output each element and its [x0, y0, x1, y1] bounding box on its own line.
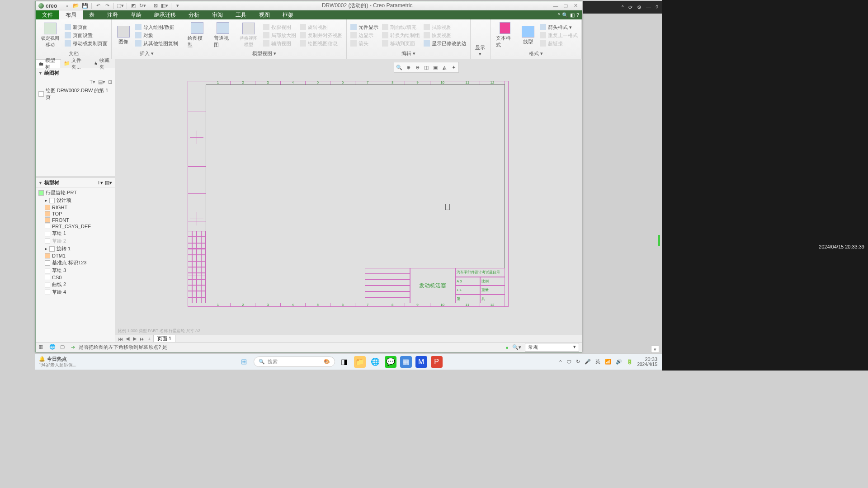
- zoom-in-icon[interactable]: ⊕: [404, 63, 412, 71]
- tree-item-csys[interactable]: PRT_CSYS_DEF: [38, 223, 112, 230]
- qat-windows-icon[interactable]: ◩: [130, 2, 137, 9]
- sheet-first-button[interactable]: ⏮: [117, 336, 123, 342]
- general-view-button[interactable]: 普通视图: [211, 21, 236, 49]
- tab-sketch[interactable]: 草绘: [124, 10, 148, 19]
- tree-item-datum-point[interactable]: 基准点 标识123: [38, 259, 112, 267]
- maximize-button[interactable]: ▢: [562, 2, 569, 9]
- expand-icon[interactable]: ▸: [45, 246, 47, 252]
- new-page-button[interactable]: 新页面: [64, 23, 108, 31]
- ribbon-layout-icon[interactable]: ◧: [570, 12, 575, 18]
- tab-layout[interactable]: 布局: [59, 10, 83, 19]
- tab-file[interactable]: 文件: [36, 10, 59, 19]
- tab-legacy[interactable]: 继承迁移: [148, 10, 182, 19]
- qat-more-icon[interactable]: ▾: [174, 2, 181, 9]
- tree-item-drawing-page[interactable]: 绘图 DRW0002.DRW 的第 1 页: [38, 87, 112, 101]
- group-label[interactable]: 显示 ▾: [473, 43, 487, 57]
- tree-item-sketch2[interactable]: 草绘 2: [38, 237, 112, 245]
- import-drawing-button[interactable]: 导入绘图/数据: [134, 23, 179, 31]
- tray-sync-icon[interactable]: ↻: [576, 359, 580, 365]
- tree-filter-icon[interactable]: ⊞: [108, 79, 112, 85]
- qat-save-icon[interactable]: 💾: [81, 2, 89, 9]
- tab-table[interactable]: 表: [83, 10, 101, 19]
- tray-volume-icon[interactable]: 🔊: [616, 359, 622, 365]
- tray-battery-icon[interactable]: 🔋: [627, 359, 633, 365]
- bg-gear-icon[interactable]: ⚙: [637, 5, 642, 10]
- tree-item-sketch4[interactable]: 草绘 4: [38, 288, 112, 296]
- tab-review[interactable]: 审阅: [206, 10, 229, 19]
- tab-tools[interactable]: 工具: [229, 10, 253, 19]
- tab-view[interactable]: 视图: [253, 10, 276, 19]
- tab-folder[interactable]: 📁文件夹...: [61, 59, 90, 68]
- taskbar-news-widget[interactable]: 🔔今日热点 "94岁老人起诉保...: [35, 355, 126, 369]
- zoom-out-icon[interactable]: ⊖: [413, 63, 421, 71]
- start-button[interactable]: ⊞: [238, 356, 250, 368]
- qat-refresh-icon[interactable]: ↻▾: [139, 2, 146, 9]
- explorer-icon[interactable]: 📁: [354, 356, 366, 368]
- tree-settings-icon[interactable]: T▾: [97, 180, 103, 186]
- view-settings-icon[interactable]: ✦: [449, 63, 458, 71]
- powerpoint-icon[interactable]: P: [431, 356, 443, 368]
- qat-open-icon[interactable]: 📂: [72, 2, 80, 9]
- status-layout-icon[interactable]: ▥: [38, 344, 46, 351]
- tree-show-icon[interactable]: ▤▾: [105, 180, 112, 186]
- qat-redo-icon[interactable]: ↷: [104, 2, 111, 9]
- arrow-style-button[interactable]: 箭头样式 ▾: [539, 23, 579, 31]
- tab-favorites[interactable]: ★收藏夹: [91, 59, 115, 68]
- sheet-add-button[interactable]: +: [146, 336, 152, 342]
- object-button[interactable]: 对象: [134, 32, 179, 39]
- drawing-sheet[interactable]: 123456789101112 123456789101112 发动机活塞: [188, 81, 509, 307]
- tray-shield-icon[interactable]: 🛡: [566, 359, 571, 365]
- status-box-icon[interactable]: ▢: [60, 344, 67, 351]
- bg-caret-icon[interactable]: ^: [622, 5, 624, 10]
- tray-clock[interactable]: 20:33 2024/4/15: [637, 357, 658, 367]
- tray-wifi-icon[interactable]: 📶: [605, 359, 611, 365]
- tree-item-right[interactable]: RIGHT: [38, 204, 112, 211]
- qat-close-icon[interactable]: ⊠: [152, 2, 159, 9]
- ribbon-search-icon[interactable]: 🔍: [562, 12, 568, 18]
- tab-framework[interactable]: 框架: [276, 10, 300, 19]
- tree-item-sketch1[interactable]: 草绘 1: [38, 230, 112, 237]
- group-label[interactable]: 插入 ▾: [114, 49, 179, 57]
- sheet-prev-button[interactable]: ◀: [124, 336, 131, 342]
- minimize-button[interactable]: —: [552, 2, 559, 9]
- ribbon-help-icon[interactable]: ?: [576, 12, 579, 18]
- tree-item-revolve[interactable]: ▸旋转 1: [38, 245, 112, 253]
- wechat-icon[interactable]: 💬: [385, 356, 396, 368]
- tray-ime[interactable]: 英: [595, 358, 600, 365]
- tree-item-sketch3[interactable]: 草绘 3: [38, 267, 112, 274]
- tree-item[interactable]: ▸设计项: [38, 197, 112, 204]
- display-style-icon[interactable]: ◭: [440, 63, 448, 71]
- expand-icon[interactable]: ▸: [45, 197, 47, 203]
- model-tree-header[interactable]: ▼模型树 T▾ ▤▾: [36, 178, 115, 188]
- group-label[interactable]: 格式 ▾: [493, 49, 579, 57]
- refit-icon[interactable]: ◫: [422, 63, 430, 71]
- qat-regen-icon[interactable]: ⬚▾: [117, 2, 124, 9]
- edge-icon[interactable]: 🌐: [369, 356, 381, 368]
- drawing-canvas[interactable]: 🔍 ⊕ ⊖ ◫ ▣ ◭ ✦ 123456789101112 1234567891…: [115, 59, 582, 335]
- page-setup-button[interactable]: 页面设置: [64, 32, 108, 39]
- app-icon[interactable]: ▦: [400, 356, 412, 368]
- qat-new-icon[interactable]: ▫: [63, 2, 71, 9]
- component-display-button[interactable]: 元件显示: [349, 23, 379, 31]
- tree-item-front[interactable]: FRONT: [38, 217, 112, 223]
- tree-show-icon[interactable]: ▤▾: [98, 79, 105, 85]
- copy-from-drawing-button[interactable]: 从其他绘图复制: [134, 40, 179, 47]
- line-style-button[interactable]: 线型: [519, 21, 537, 49]
- bg-refresh-icon[interactable]: ⟳: [628, 5, 632, 10]
- qat-undo-icon[interactable]: ↶: [94, 2, 102, 9]
- selection-filter-combo[interactable]: 常规▾: [525, 343, 579, 352]
- tab-annotate[interactable]: 注释: [101, 10, 124, 19]
- status-globe-icon[interactable]: 🌐: [49, 344, 57, 351]
- tree-root[interactable]: 行星齿轮.PRT: [38, 189, 112, 197]
- app2-icon[interactable]: M: [415, 356, 427, 368]
- tray-mic-icon[interactable]: 🎤: [585, 359, 591, 365]
- status-find-icon[interactable]: 🔍▾: [512, 344, 521, 350]
- group-label[interactable]: 编辑 ▾: [349, 49, 467, 57]
- secondary-dropdown[interactable]: ▾: [651, 346, 659, 353]
- group-label[interactable]: 模型视图 ▾: [185, 49, 344, 57]
- close-button[interactable]: ✕: [572, 2, 579, 9]
- tab-analysis[interactable]: 分析: [182, 10, 206, 19]
- move-copy-page-button[interactable]: 移动或复制页面: [64, 40, 108, 47]
- qat-settings-icon[interactable]: ◧▾: [161, 2, 168, 9]
- tree-item-curve2[interactable]: 曲线 2: [38, 281, 112, 288]
